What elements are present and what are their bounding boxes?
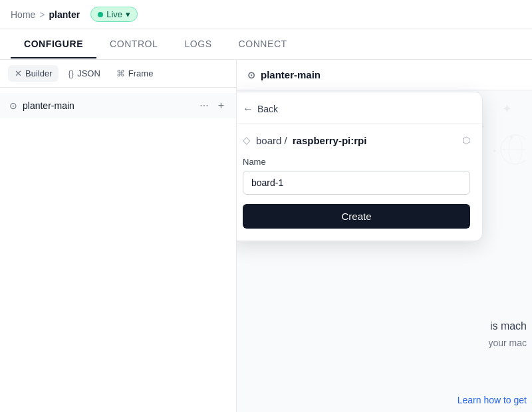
breadcrumb-current[interactable]: planter [49, 9, 80, 20]
left-panel: ✕ Builder {} JSON ⌘ Frame ⊙ planter-main… [0, 60, 237, 412]
sub-tab-json-label: JSON [77, 68, 100, 78]
builder-icon: ✕ [15, 68, 22, 78]
name-field-label: Name [243, 157, 470, 167]
add-button[interactable]: + [215, 98, 227, 113]
modal-card: ← Back ◇ board / raspberry-pi:rpi ⬡ Name… [237, 92, 483, 241]
nav-tabs: CONFIGURE CONTROL LOGS CONNECT [0, 29, 532, 60]
sub-tab-builder-label: Builder [25, 68, 52, 78]
sub-tab-builder[interactable]: ✕ Builder [8, 65, 59, 82]
resource-diamond-icon: ◇ [243, 134, 251, 146]
item-label: planter-main [23, 100, 74, 111]
left-item-actions: ··· + [197, 98, 227, 113]
sub-tab-frame[interactable]: ⌘ Frame [110, 65, 160, 82]
tab-logs[interactable]: LOGS [171, 31, 225, 58]
live-dot [98, 12, 103, 17]
frame-icon: ⌘ [116, 68, 125, 78]
modal-back-label: Back [257, 104, 278, 114]
sub-tab-json[interactable]: {} JSON [61, 65, 106, 82]
modal-resource-label: ◇ board / raspberry-pi:rpi [243, 134, 366, 146]
resource-prefix: board / [256, 135, 287, 146]
sub-tab-frame-label: Frame [128, 68, 154, 78]
more-options-button[interactable]: ··· [197, 98, 211, 113]
create-button[interactable]: Create [243, 204, 470, 229]
top-bar: Home > planter Live ▾ [0, 0, 532, 29]
breadcrumb-home[interactable]: Home [11, 9, 35, 20]
learn-how-link[interactable]: Learn how to get [458, 395, 532, 405]
live-badge[interactable]: Live ▾ [90, 7, 138, 22]
right-panel-title: planter-main [261, 69, 321, 80]
external-link-icon[interactable]: ⬡ [462, 135, 470, 146]
json-icon: {} [68, 68, 74, 78]
svg-text:✦: ✦ [502, 102, 512, 116]
right-panel-header: ⊙ planter-main [237, 60, 532, 90]
sub-tabs: ✕ Builder {} JSON ⌘ Frame [0, 60, 236, 88]
chevron-down-icon: ▾ [126, 9, 130, 19]
content-area: ✕ Builder {} JSON ⌘ Frame ⊙ planter-main… [0, 60, 532, 412]
modal-resource-row: ◇ board / raspberry-pi:rpi ⬡ [237, 124, 482, 154]
left-item-content: ⊙ planter-main [9, 100, 74, 111]
tab-connect[interactable]: CONNECT [225, 31, 301, 58]
partial-text-2: your mac [488, 338, 532, 348]
tab-configure[interactable]: CONFIGURE [11, 31, 96, 58]
back-arrow-icon: ← [243, 103, 253, 115]
breadcrumb: Home > planter [11, 9, 80, 20]
list-item[interactable]: ⊙ planter-main ··· + [0, 93, 236, 118]
tab-control[interactable]: CONTROL [96, 31, 171, 58]
left-items: ⊙ planter-main ··· + [0, 88, 236, 124]
right-header-icon: ⊙ [247, 70, 255, 80]
live-label: Live [106, 9, 122, 19]
modal-body: Name Create [237, 154, 482, 241]
modal-back-button[interactable]: ← Back [237, 92, 482, 124]
right-panel: ⊙ planter-main ✦ ✦ ✦ ✦ is mach your mac … [237, 60, 532, 412]
resource-name: raspberry-pi:rpi [293, 135, 367, 146]
breadcrumb-separator: > [39, 9, 45, 20]
item-icon: ⊙ [9, 100, 17, 111]
partial-text-1: is mach [490, 320, 532, 332]
name-input[interactable] [243, 171, 470, 195]
svg-text:✦: ✦ [492, 148, 497, 154]
